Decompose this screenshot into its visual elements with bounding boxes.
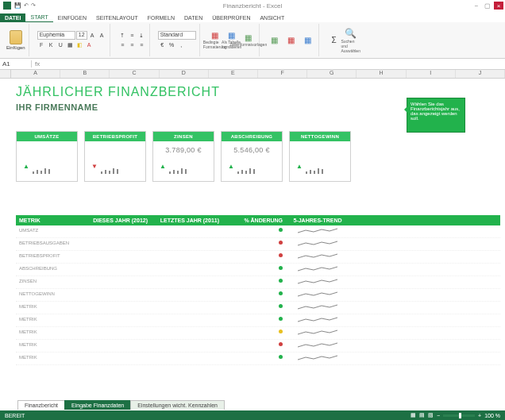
kpi-card[interactable]: BETRIEBSPROFIT▼ — [84, 131, 146, 182]
align-mid-button[interactable]: ≡ — [128, 31, 137, 40]
percent-button[interactable]: % — [168, 40, 176, 49]
col-header[interactable]: H — [357, 70, 406, 78]
bold-button[interactable]: F — [37, 40, 46, 49]
cell-trend — [286, 289, 349, 301]
align-center-button[interactable]: ≡ — [128, 40, 137, 49]
table-row[interactable]: BETRIEBSPROFIT — [16, 251, 500, 264]
name-box[interactable]: A1 — [0, 60, 32, 67]
col-header[interactable]: G — [307, 70, 357, 78]
font-color-button[interactable]: A — [85, 40, 94, 49]
tab-data[interactable]: DATEN — [179, 13, 207, 22]
fx-icon[interactable]: fx — [32, 60, 43, 67]
cell-styles-button[interactable]: ▦Zellenformatvorlagen — [241, 33, 256, 48]
col-header[interactable]: D — [160, 70, 209, 78]
change-indicator-icon — [279, 253, 283, 257]
cell-trend — [286, 353, 349, 364]
paste-button[interactable]: Einfügen — [6, 30, 25, 50]
col-header[interactable]: A — [11, 70, 60, 78]
cell-this-year — [79, 225, 151, 237]
cell-metric-name: METRIK — [16, 353, 79, 364]
col-header[interactable]: I — [407, 70, 456, 78]
maximize-button[interactable]: ▢ — [483, 2, 492, 10]
table-row[interactable]: METRIK — [16, 340, 500, 353]
zoom-level[interactable]: 100 % — [484, 413, 500, 418]
view-normal-icon[interactable]: ▦ — [411, 412, 416, 418]
redo-icon[interactable]: ↷ — [31, 2, 36, 9]
cell-this-year — [79, 251, 151, 263]
tab-review[interactable]: ÜBERPRÜFEN — [207, 13, 255, 22]
align-right-button[interactable]: ≡ — [137, 40, 146, 49]
trend-arrow-icon: ▲ — [160, 163, 166, 170]
col-header[interactable]: B — [60, 70, 110, 78]
delete-cells-button[interactable]: ▦ — [284, 33, 299, 48]
zoom-in-button[interactable]: + — [478, 413, 481, 418]
formula-bar: A1 fx — [0, 59, 505, 70]
col-header[interactable]: C — [110, 70, 159, 78]
autosum-button[interactable]: Σ — [327, 33, 341, 48]
tab-view[interactable]: ANSICHT — [255, 13, 289, 22]
col-header[interactable]: J — [456, 70, 505, 78]
table-row[interactable]: METRIK — [16, 353, 500, 365]
col-header[interactable]: F — [258, 70, 307, 78]
insert-cells-button[interactable]: ▦ — [268, 33, 282, 48]
kpi-card[interactable]: ZINSEN3.789,00 €▲ — [152, 131, 214, 182]
kpi-card[interactable]: UMSÄTZE▲ — [16, 131, 78, 182]
tab-pagelayout[interactable]: SEITENLAYOUT — [91, 13, 143, 22]
decrease-font-button[interactable]: A — [98, 31, 106, 40]
cell-last-year — [151, 314, 222, 326]
align-top-button[interactable]: ⤒ — [118, 31, 127, 40]
th-letztes-jahr: LETZTES JAHR (2011) — [151, 215, 222, 225]
sheet-tab-einstellungen[interactable]: Einstellungen wicht. Kennzahlen — [130, 400, 225, 410]
close-button[interactable]: × — [494, 2, 503, 10]
cell-change — [222, 302, 286, 314]
sheet-tab-finanzbericht[interactable]: Finanzbericht — [17, 400, 65, 410]
table-row[interactable]: METRIK — [16, 302, 500, 314]
kpi-card[interactable]: NETTOGEWINN▲ — [289, 131, 351, 182]
save-icon[interactable]: 💾 — [14, 2, 21, 9]
tab-formulas[interactable]: FORMELN — [143, 13, 179, 22]
kpi-card[interactable]: ABSCHREIBUNG5.546,00 €▲ — [221, 131, 283, 182]
italic-button[interactable]: K — [47, 40, 56, 49]
cell-this-year — [79, 353, 151, 364]
align-left-button[interactable]: ≡ — [118, 40, 127, 49]
table-row[interactable]: METRIK — [16, 327, 500, 340]
underline-button[interactable]: U — [56, 40, 65, 49]
align-bot-button[interactable]: ⤓ — [137, 31, 146, 40]
tab-start[interactable]: START — [25, 13, 52, 22]
table-row[interactable]: UMSATZ — [16, 225, 500, 238]
format-cells-button[interactable]: ▦ — [301, 33, 315, 48]
conditional-format-button[interactable]: ▦Bedingte Formatierung — [208, 33, 222, 48]
table-row[interactable]: ZINSEN — [16, 276, 500, 289]
cell-trend — [286, 327, 349, 339]
select-all-corner[interactable] — [0, 70, 11, 78]
table-row[interactable]: ABSCHREIBUNG — [16, 264, 500, 276]
currency-button[interactable]: € — [158, 40, 167, 49]
find-button[interactable]: 🔍Suchen und Auswählen — [344, 33, 358, 48]
view-break-icon[interactable]: ▧ — [428, 412, 434, 418]
cell-metric-name: BETRIEBSPROFIT — [16, 251, 79, 263]
font-size-select[interactable]: 12 — [76, 31, 87, 40]
border-button[interactable]: ▦ — [66, 40, 75, 49]
undo-icon[interactable]: ↶ — [24, 2, 29, 9]
cell-last-year — [151, 340, 222, 352]
zoom-slider[interactable] — [443, 414, 475, 417]
minimize-button[interactable]: − — [472, 2, 481, 10]
zoom-out-button[interactable]: − — [437, 413, 440, 418]
view-page-icon[interactable]: ▤ — [419, 412, 425, 418]
th-change: % ÄNDERUNG — [222, 215, 286, 225]
sheet-tab-eingabe[interactable]: Eingabe Finanzdaten — [64, 400, 131, 410]
col-header[interactable]: E — [209, 70, 258, 78]
tab-insert[interactable]: EINFÜGEN — [53, 13, 91, 22]
worksheet-area[interactable]: JÄHRLICHER FINANZBERICHT IHR FIRMENNAME … — [0, 79, 505, 396]
table-row[interactable]: NETTOGEWINN — [16, 289, 500, 302]
number-format-select[interactable]: Standard — [158, 31, 196, 40]
cell-last-year — [151, 225, 222, 237]
table-row[interactable]: BETRIEBSAUSGABEN — [16, 238, 500, 251]
cell-change — [222, 264, 286, 276]
increase-font-button[interactable]: A — [88, 31, 97, 40]
font-name-select[interactable]: Euphemia — [37, 31, 75, 40]
fill-color-button[interactable]: ◧ — [75, 40, 84, 49]
comma-button[interactable]: , — [177, 40, 186, 49]
tab-file[interactable]: DATEI — [0, 13, 25, 22]
table-row[interactable]: METRIK — [16, 314, 500, 327]
